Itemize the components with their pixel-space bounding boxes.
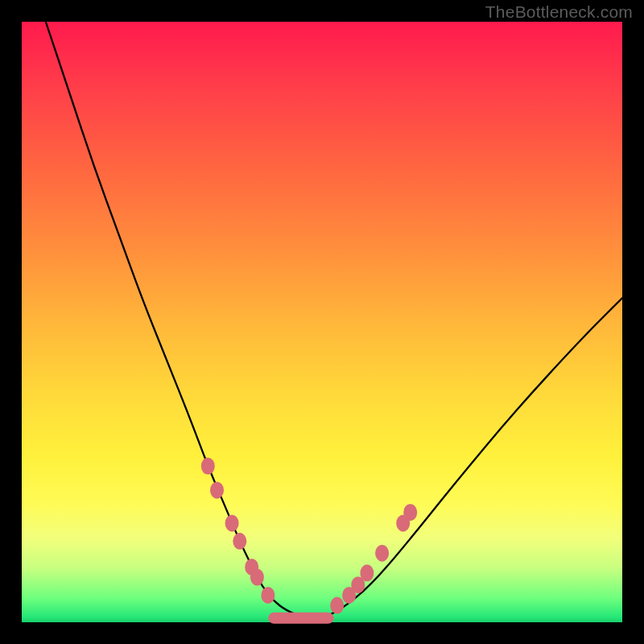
marker-right: [403, 504, 417, 521]
marker-right: [375, 545, 389, 562]
marker-right: [360, 564, 374, 581]
bottleneck-curve: [46, 22, 622, 618]
marker-left: [210, 481, 224, 498]
markers-group: [201, 458, 417, 614]
marker-right: [330, 597, 344, 614]
chart-frame: TheBottleneck.com: [0, 0, 644, 644]
marker-left: [233, 533, 246, 550]
marker-left: [225, 514, 239, 531]
chart-svg: [22, 22, 622, 622]
watermark-text: TheBottleneck.com: [485, 2, 633, 22]
marker-left: [261, 587, 275, 604]
marker-left: [201, 458, 215, 475]
plot-area: [22, 22, 622, 622]
marker-left: [250, 569, 264, 586]
